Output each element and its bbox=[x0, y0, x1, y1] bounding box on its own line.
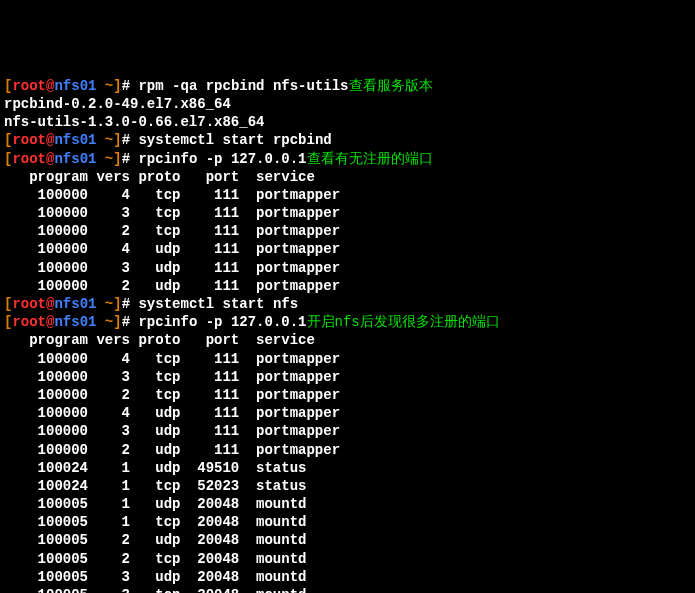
prompt-host: nfs01 bbox=[54, 78, 96, 94]
output-line: 100000 2 udp 111 portmapper bbox=[4, 277, 691, 295]
output-line: 100000 3 udp 111 portmapper bbox=[4, 259, 691, 277]
output-text: 100005 3 udp 20048 mountd bbox=[4, 569, 306, 585]
output-line: 100000 4 udp 111 portmapper bbox=[4, 240, 691, 258]
output-text: 100000 3 tcp 111 portmapper bbox=[4, 205, 340, 221]
output-line: 100000 2 tcp 111 portmapper bbox=[4, 386, 691, 404]
output-text: program vers proto port service bbox=[4, 169, 315, 185]
prompt-rbracket: ] bbox=[113, 132, 121, 148]
prompt-rbracket: ] bbox=[113, 78, 121, 94]
output-line: nfs-utils-1.3.0-0.66.el7.x86_64 bbox=[4, 113, 691, 131]
output-text: 100000 3 udp 111 portmapper bbox=[4, 423, 340, 439]
output-line: 100005 3 tcp 20048 mountd bbox=[4, 586, 691, 593]
output-line: 100005 2 tcp 20048 mountd bbox=[4, 550, 691, 568]
command-text[interactable]: rpm -qa rpcbind nfs-utils bbox=[138, 78, 348, 94]
terminal[interactable]: [root@nfs01 ~]# rpm -qa rpcbind nfs-util… bbox=[4, 77, 691, 593]
output-text: 100000 2 tcp 111 portmapper bbox=[4, 387, 340, 403]
prompt-hash: # bbox=[122, 151, 139, 167]
output-text: nfs-utils-1.3.0-0.66.el7.x86_64 bbox=[4, 114, 264, 130]
output-line: rpcbind-0.2.0-49.el7.x86_64 bbox=[4, 95, 691, 113]
command-line: [root@nfs01 ~]# systemctl start rpcbind bbox=[4, 131, 691, 149]
command-line: [root@nfs01 ~]# rpcinfo -p 127.0.0.1查看有无… bbox=[4, 150, 691, 168]
prompt-rbracket: ] bbox=[113, 151, 121, 167]
output-line: 100005 1 tcp 20048 mountd bbox=[4, 513, 691, 531]
output-text: 100000 3 udp 111 portmapper bbox=[4, 260, 340, 276]
annotation-text: 查看有无注册的端口 bbox=[307, 151, 433, 167]
prompt-hash: # bbox=[122, 314, 139, 330]
command-text[interactable]: systemctl start nfs bbox=[138, 296, 298, 312]
output-line: 100000 2 tcp 111 portmapper bbox=[4, 222, 691, 240]
output-text: 100005 1 tcp 20048 mountd bbox=[4, 514, 306, 530]
output-line: 100000 4 tcp 111 portmapper bbox=[4, 350, 691, 368]
output-line: 100005 2 udp 20048 mountd bbox=[4, 531, 691, 549]
output-text: 100000 4 udp 111 portmapper bbox=[4, 241, 340, 257]
annotation-text: 开启nfs后发现很多注册的端口 bbox=[307, 314, 500, 330]
output-line: program vers proto port service bbox=[4, 331, 691, 349]
output-text: 100000 4 tcp 111 portmapper bbox=[4, 187, 340, 203]
output-text: 100005 2 tcp 20048 mountd bbox=[4, 551, 306, 567]
prompt-user: root bbox=[12, 151, 46, 167]
output-text: 100000 4 tcp 111 portmapper bbox=[4, 351, 340, 367]
output-text: 100005 1 udp 20048 mountd bbox=[4, 496, 306, 512]
output-text: 100024 1 tcp 52023 status bbox=[4, 478, 306, 494]
prompt-cwd: ~ bbox=[96, 314, 113, 330]
prompt-rbracket: ] bbox=[113, 314, 121, 330]
prompt-cwd: ~ bbox=[96, 78, 113, 94]
output-line: 100000 3 tcp 111 portmapper bbox=[4, 368, 691, 386]
output-text: rpcbind-0.2.0-49.el7.x86_64 bbox=[4, 96, 231, 112]
command-text[interactable]: systemctl start rpcbind bbox=[138, 132, 331, 148]
prompt-host: nfs01 bbox=[54, 296, 96, 312]
prompt-cwd: ~ bbox=[96, 151, 113, 167]
command-text[interactable]: rpcinfo -p 127.0.0.1 bbox=[138, 314, 306, 330]
output-text: program vers proto port service bbox=[4, 332, 315, 348]
command-line: [root@nfs01 ~]# rpcinfo -p 127.0.0.1开启nf… bbox=[4, 313, 691, 331]
prompt-rbracket: ] bbox=[113, 296, 121, 312]
output-line: 100024 1 udp 49510 status bbox=[4, 459, 691, 477]
output-line: 100005 1 udp 20048 mountd bbox=[4, 495, 691, 513]
prompt-hash: # bbox=[122, 132, 139, 148]
output-line: 100024 1 tcp 52023 status bbox=[4, 477, 691, 495]
prompt-user: root bbox=[12, 296, 46, 312]
prompt-host: nfs01 bbox=[54, 151, 96, 167]
output-line: 100000 4 udp 111 portmapper bbox=[4, 404, 691, 422]
output-text: 100005 3 tcp 20048 mountd bbox=[4, 587, 306, 593]
output-text: 100000 2 tcp 111 portmapper bbox=[4, 223, 340, 239]
prompt-cwd: ~ bbox=[96, 296, 113, 312]
prompt-host: nfs01 bbox=[54, 132, 96, 148]
output-text: 100000 4 udp 111 portmapper bbox=[4, 405, 340, 421]
command-line: [root@nfs01 ~]# systemctl start nfs bbox=[4, 295, 691, 313]
prompt-user: root bbox=[12, 78, 46, 94]
output-text: 100024 1 udp 49510 status bbox=[4, 460, 306, 476]
output-text: 100000 2 udp 111 portmapper bbox=[4, 442, 340, 458]
output-line: 100000 2 udp 111 portmapper bbox=[4, 441, 691, 459]
output-text: 100000 2 udp 111 portmapper bbox=[4, 278, 340, 294]
prompt-hash: # bbox=[122, 78, 139, 94]
annotation-text: 查看服务版本 bbox=[349, 78, 433, 94]
prompt-hash: # bbox=[122, 296, 139, 312]
output-text: 100005 2 udp 20048 mountd bbox=[4, 532, 306, 548]
command-text[interactable]: rpcinfo -p 127.0.0.1 bbox=[138, 151, 306, 167]
prompt-user: root bbox=[12, 314, 46, 330]
prompt-host: nfs01 bbox=[54, 314, 96, 330]
output-line: 100000 3 udp 111 portmapper bbox=[4, 422, 691, 440]
output-line: 100000 3 tcp 111 portmapper bbox=[4, 204, 691, 222]
prompt-user: root bbox=[12, 132, 46, 148]
output-line: 100000 4 tcp 111 portmapper bbox=[4, 186, 691, 204]
prompt-cwd: ~ bbox=[96, 132, 113, 148]
output-text: 100000 3 tcp 111 portmapper bbox=[4, 369, 340, 385]
output-line: 100005 3 udp 20048 mountd bbox=[4, 568, 691, 586]
command-line: [root@nfs01 ~]# rpm -qa rpcbind nfs-util… bbox=[4, 77, 691, 95]
output-line: program vers proto port service bbox=[4, 168, 691, 186]
